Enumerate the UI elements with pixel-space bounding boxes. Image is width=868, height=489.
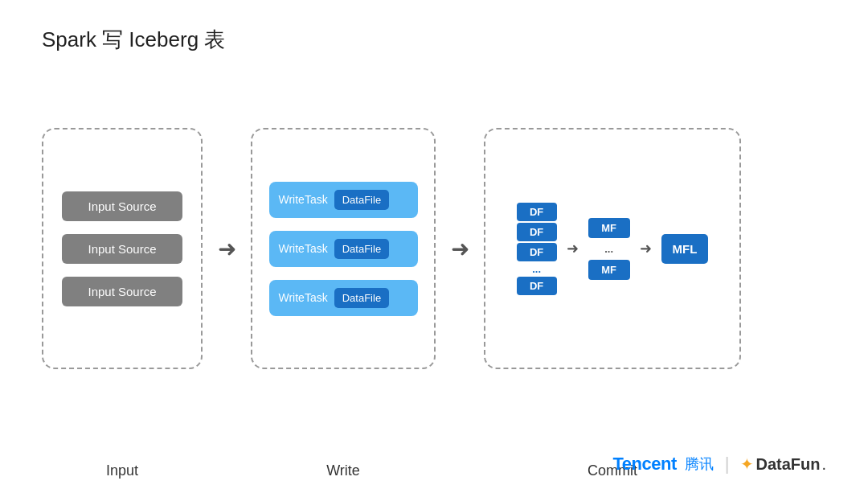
mf-badge-2: MF (588, 260, 630, 280)
datafun-logo: ✦ DataFun . (740, 454, 826, 474)
arrow-input-write: ➜ (203, 236, 251, 262)
commit-inner: DF DF DF ... DF ➜ MF ... MF ➜ MFL (517, 203, 709, 295)
input-box: Input Source Input Source Input Source (42, 128, 203, 369)
diagram-container: Input Source Input Source Input Source ➜… (42, 72, 826, 425)
df-badge-1: DF (517, 203, 557, 221)
df-badge-2: DF (517, 223, 557, 241)
arrow-mf-mfl: ➜ (640, 240, 652, 257)
datafile-badge-3: DataFile (334, 288, 389, 308)
branding-divider: | (725, 454, 730, 475)
page-title: Spark 写 Iceberg 表 (42, 26, 225, 54)
write-task-label-3: WriteTask (279, 291, 328, 304)
tencent-logo: Tencent (613, 454, 677, 475)
datafile-badge-1: DataFile (334, 190, 389, 210)
mf-badge-1: MF (588, 218, 630, 238)
input-source-2: Input Source (62, 234, 182, 264)
datafile-badge-2: DataFile (334, 239, 389, 259)
df-stack: DF DF DF ... DF (517, 203, 557, 295)
input-source-3: Input Source (62, 277, 182, 306)
df-badge-4: DF (517, 277, 557, 295)
input-source-1: Input Source (62, 191, 182, 221)
write-task-label-2: WriteTask (279, 242, 328, 255)
write-box: WriteTask DataFile WriteTask DataFile Wr… (251, 128, 436, 369)
write-task-row-1: WriteTask DataFile (269, 182, 418, 218)
df-badge-3: DF (517, 243, 557, 261)
datafun-star-icon: ✦ (740, 454, 754, 474)
write-label: Write (326, 462, 360, 479)
mf-dots: ... (588, 243, 630, 255)
tencent-cn-text: 腾讯 (685, 454, 714, 474)
commit-box: DF DF DF ... DF ➜ MF ... MF ➜ MFL (484, 128, 741, 369)
arrow-df-mf: ➜ (567, 240, 579, 257)
write-task-row-3: WriteTask DataFile (269, 280, 418, 316)
datafun-dot: . (821, 455, 826, 474)
input-label: Input (106, 462, 138, 479)
write-task-row-2: WriteTask DataFile (269, 231, 418, 267)
datafun-text: DataFun (755, 455, 820, 474)
arrow-write-commit: ➜ (436, 236, 484, 262)
branding: Tencent 腾讯 | ✦ DataFun . (613, 454, 827, 475)
mf-stack: MF ... MF (588, 218, 630, 280)
write-task-label-1: WriteTask (279, 193, 328, 206)
df-dots: ... (517, 263, 557, 275)
mfl-badge: MFL (661, 234, 709, 264)
